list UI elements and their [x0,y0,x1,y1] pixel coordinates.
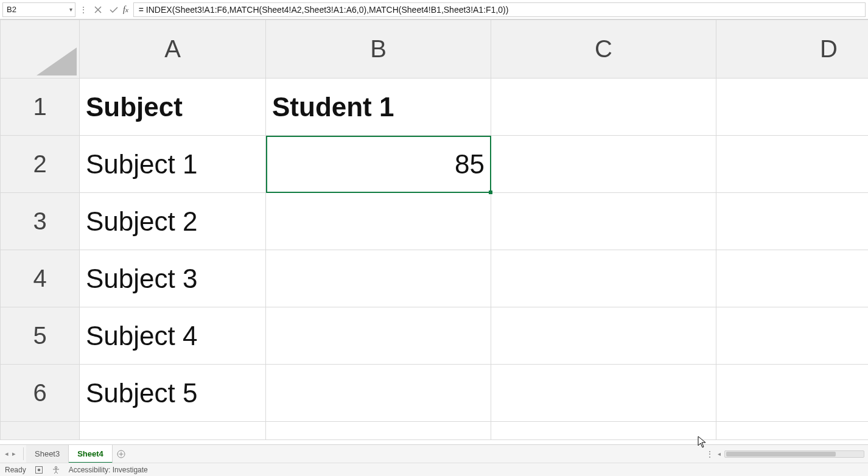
accessibility-icon[interactable] [52,466,60,474]
tab-nav: ◂ ▸ [0,445,21,463]
row-header-2[interactable]: 2 [1,136,80,193]
status-ready: Ready [5,466,26,474]
cancel-formula-button[interactable] [91,3,105,16]
fx-icon[interactable]: fx [123,5,131,15]
row-header-3[interactable]: 3 [1,193,80,250]
cell-A7[interactable] [80,422,266,440]
status-bar: Ready Accessibility: Investigate [0,463,868,476]
column-header-A[interactable]: A [80,20,266,79]
cell-C3[interactable] [491,193,716,250]
spreadsheet-grid[interactable]: A B C D 1 Subject Student 1 2 Subject 1 … [0,19,868,444]
cell-D4[interactable] [716,250,869,307]
cell-C7[interactable] [491,422,716,440]
status-accessibility[interactable]: Accessibility: Investigate [69,466,148,474]
cell-A4[interactable]: Subject 3 [80,250,266,307]
select-all-corner[interactable] [1,20,80,79]
hscroll-left-icon[interactable]: ◂ [718,450,721,457]
horizontal-scrollbar-thumb[interactable] [726,452,836,457]
cell-D2[interactable] [716,136,869,193]
cell-B5[interactable] [266,307,491,365]
cell-A3[interactable]: Subject 2 [80,193,266,250]
chevron-down-icon[interactable]: ▾ [69,6,72,13]
row-header-5[interactable]: 5 [1,307,80,365]
row-header-1[interactable]: 1 [1,79,80,136]
row-header-6[interactable]: 6 [1,365,80,422]
cell-B7[interactable] [266,422,491,440]
cell-C6[interactable] [491,365,716,422]
cell-D6[interactable] [716,365,869,422]
cell-A2[interactable]: Subject 1 [80,136,266,193]
row-header-7[interactable] [1,422,80,440]
row-header-4[interactable]: 4 [1,250,80,307]
cell-C2[interactable] [491,136,716,193]
name-box[interactable]: B2 ▾ [2,2,75,17]
sheet-tab-label: Sheet4 [77,449,103,458]
cell-D5[interactable] [716,307,869,365]
sheet-tab-bar: ◂ ▸ Sheet3 Sheet4 ⋮ ◂ [0,444,868,463]
sheet-tab-label: Sheet3 [35,449,60,458]
column-header-B[interactable]: B [266,20,491,79]
name-box-value: B2 [7,5,16,14]
cell-B1[interactable]: Student 1 [266,79,491,136]
select-all-triangle-icon [37,47,77,75]
sheet-tab-sheet3[interactable]: Sheet3 [26,445,69,463]
column-header-D[interactable]: D [716,20,869,79]
formula-bar: B2 ▾ ⋮ fx = INDEX(Sheet3!A1:F6,MATCH(She… [0,0,868,19]
cell-C4[interactable] [491,250,716,307]
cell-B2[interactable]: 85 [266,136,491,193]
tab-nav-first-icon[interactable]: ◂ [5,450,9,458]
tab-nav-prev-icon[interactable]: ▸ [12,450,16,458]
cell-A5[interactable]: Subject 4 [80,307,266,365]
cell-C5[interactable] [491,307,716,365]
svg-point-2 [37,468,40,471]
macro-record-icon[interactable] [35,466,43,474]
formula-input[interactable]: = INDEX(Sheet3!A1:F6,MATCH(Sheet4!A2,She… [133,2,866,17]
cell-D7[interactable] [716,422,869,440]
cell-A6[interactable]: Subject 5 [80,365,266,422]
svg-point-3 [55,466,57,468]
horizontal-scrollbar[interactable] [724,450,864,458]
separator [23,447,24,460]
column-header-C[interactable]: C [491,20,716,79]
enter-formula-button[interactable] [107,3,121,16]
cell-B6[interactable] [266,365,491,422]
cell-D1[interactable] [716,79,869,136]
cell-B4[interactable] [266,250,491,307]
separator: ⋮ [78,5,89,15]
add-sheet-button[interactable] [113,445,130,463]
cell-B3[interactable] [266,193,491,250]
cell-C1[interactable] [491,79,716,136]
sheet-tab-sheet4[interactable]: Sheet4 [69,445,113,463]
formula-text: = INDEX(Sheet3!A1:F6,MATCH(Sheet4!A2,She… [139,5,509,15]
cell-A1[interactable]: Subject [80,79,266,136]
cell-D3[interactable] [716,193,869,250]
tab-bar-menu-icon[interactable]: ⋮ [705,449,714,459]
